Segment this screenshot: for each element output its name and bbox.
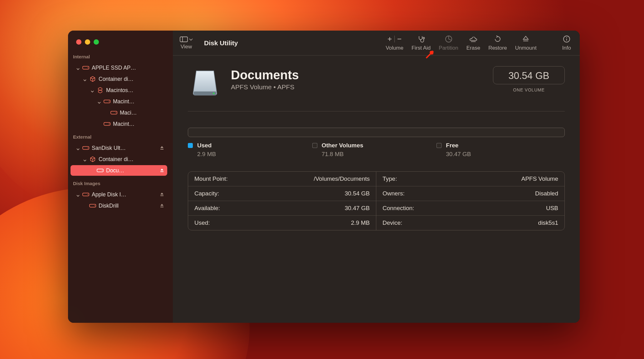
disk-icon bbox=[89, 202, 96, 209]
sidebar-item-internal-disk[interactable]: APPLE SSD AP… bbox=[71, 62, 167, 73]
sidebar-item-label: Macint… bbox=[113, 98, 165, 105]
info-row-available: Available:30.47 GB bbox=[188, 201, 376, 215]
info-row-used: Used:2.9 MB bbox=[188, 215, 376, 230]
legend-other-value: 71.8 MB bbox=[322, 151, 437, 158]
sidebar-item-documents[interactable]: Docu… bbox=[71, 165, 167, 176]
cube-icon bbox=[89, 156, 96, 163]
svg-point-13 bbox=[87, 194, 88, 195]
chevron-down-icon bbox=[97, 100, 101, 103]
svg-point-9 bbox=[87, 148, 88, 148]
chevron-down-icon bbox=[76, 193, 80, 196]
disk-icon bbox=[104, 120, 110, 127]
info-icon bbox=[563, 35, 571, 43]
info-button[interactable]: Info bbox=[562, 35, 571, 51]
sidebar-item-apple-disk-image[interactable]: Apple Disk I… bbox=[71, 189, 167, 200]
toolbar-label: Volume bbox=[386, 45, 403, 51]
legend-used-label: Used bbox=[197, 142, 212, 149]
svg-point-25 bbox=[213, 93, 215, 94]
chevron-down-icon bbox=[83, 77, 87, 81]
info-row-mount-point: Mount Point:/Volumes/Documents bbox=[188, 172, 376, 186]
zoom-window-button[interactable] bbox=[94, 39, 99, 45]
disk-icon bbox=[97, 167, 104, 174]
view-menu-button[interactable]: View bbox=[180, 36, 193, 50]
info-table: Mount Point:/Volumes/Documents Capacity:… bbox=[188, 171, 565, 230]
first-aid-button[interactable]: First Aid bbox=[412, 35, 431, 51]
close-window-button[interactable] bbox=[76, 39, 81, 45]
info-row-connection: Connection:USB bbox=[376, 201, 564, 215]
eject-icon[interactable] bbox=[159, 168, 165, 173]
svg-point-11 bbox=[102, 170, 102, 171]
toolbar-label: First Aid bbox=[412, 45, 431, 51]
toolbar-label: View bbox=[181, 44, 192, 50]
minimize-window-button[interactable] bbox=[85, 39, 90, 45]
toolbar-label: Unmount bbox=[515, 45, 537, 51]
sidebar-item-label: Apple Disk I… bbox=[92, 191, 157, 198]
toolbar-label: Info bbox=[562, 45, 571, 51]
svg-point-5 bbox=[115, 112, 116, 113]
window-traffic-lights bbox=[68, 36, 173, 50]
svg-point-7 bbox=[109, 124, 109, 124]
erase-button[interactable]: Erase bbox=[466, 35, 480, 51]
sidebar-item-macintosh-1[interactable]: Macint… bbox=[71, 96, 167, 107]
disk-utility-window: Internal APPLE SSD AP… Container di… Mac… bbox=[68, 31, 580, 323]
volume-subtitle: APFS Volume • APFS bbox=[231, 83, 493, 91]
legend-free-value: 30.47 GB bbox=[446, 151, 561, 158]
stethoscope-icon bbox=[417, 35, 425, 43]
usage-legend: Used 2.9 MB Other Volumes 71.8 MB Free 3… bbox=[188, 142, 565, 158]
chevron-down-icon bbox=[76, 66, 80, 70]
eject-icon bbox=[522, 35, 530, 43]
disk-icon bbox=[110, 109, 117, 116]
disk-icon bbox=[82, 64, 89, 71]
svg-point-3 bbox=[109, 101, 109, 102]
restore-button[interactable]: Restore bbox=[488, 35, 507, 51]
restore-icon bbox=[494, 35, 502, 43]
info-row-owners: Owners:Disabled bbox=[376, 186, 564, 201]
sidebar-item-label: Macint… bbox=[113, 121, 165, 127]
sidebar-item-label: DiskDrill bbox=[99, 203, 157, 209]
svg-point-18 bbox=[423, 37, 424, 39]
sidebar-section-disk-images: Disk Images bbox=[68, 176, 173, 189]
sidebar-item-container[interactable]: Container di… bbox=[71, 74, 167, 84]
svg-rect-24 bbox=[194, 91, 216, 95]
info-row-device: Device:disk5s1 bbox=[376, 215, 564, 230]
disk-icon bbox=[104, 98, 110, 105]
sidebar-item-label: Maci… bbox=[120, 110, 165, 116]
partition-button[interactable]: Partition bbox=[439, 35, 458, 51]
sidebar-item-macintosh-3[interactable]: Macint… bbox=[71, 119, 167, 129]
sidebar-section-internal: Internal bbox=[68, 50, 173, 62]
disk-icon bbox=[82, 191, 89, 198]
one-volume-label: ONE VOLUME bbox=[493, 87, 565, 92]
sidebar-item-container-external[interactable]: Container di… bbox=[71, 154, 167, 165]
swatch-used bbox=[188, 143, 193, 148]
info-row-type: Type:APFS Volume bbox=[376, 172, 564, 186]
divider bbox=[188, 111, 565, 111]
toolbar-label: Erase bbox=[466, 45, 480, 51]
svg-point-15 bbox=[94, 205, 95, 206]
sidebar-item-macintosh-2[interactable]: Maci… bbox=[71, 107, 167, 118]
eject-icon[interactable] bbox=[159, 203, 165, 209]
stacked-cubes-icon bbox=[97, 87, 104, 94]
toolbar-label: Restore bbox=[488, 45, 507, 51]
erase-disk-icon bbox=[469, 35, 477, 43]
sidebar-item-label: Container di… bbox=[99, 156, 165, 163]
svg-point-23 bbox=[566, 37, 567, 38]
sidebar-item-macintosh-group[interactable]: Macintos… bbox=[71, 85, 167, 96]
sidebar-item-label: Container di… bbox=[99, 76, 165, 82]
pie-chart-icon bbox=[445, 35, 453, 43]
toolbar: View Disk Utility Volume First Aid Parti… bbox=[173, 31, 580, 56]
eject-icon[interactable] bbox=[159, 192, 165, 197]
usage-bar bbox=[188, 128, 565, 137]
chevron-down-icon bbox=[76, 146, 80, 150]
sidebar-item-sandisk[interactable]: SanDisk Ult… bbox=[71, 143, 167, 153]
chevron-down-icon bbox=[90, 88, 94, 92]
unmount-button[interactable]: Unmount bbox=[515, 35, 537, 51]
capacity-card[interactable]: 30.54 GB bbox=[493, 66, 565, 84]
chevron-down-icon bbox=[83, 157, 87, 161]
info-row-capacity: Capacity:30.54 GB bbox=[188, 186, 376, 201]
sidebar-layout-icon bbox=[180, 36, 188, 42]
cube-icon bbox=[89, 76, 96, 82]
volume-add-remove-button[interactable]: Volume bbox=[386, 35, 403, 51]
sidebar-item-diskdrill[interactable]: DiskDrill bbox=[71, 200, 167, 211]
sidebar-item-label: Macintos… bbox=[106, 87, 165, 94]
eject-icon[interactable] bbox=[159, 145, 165, 151]
